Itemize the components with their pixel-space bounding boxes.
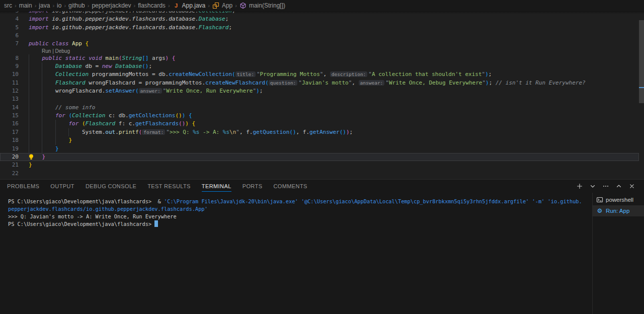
line-number[interactable]: 19 [0, 145, 19, 153]
close-panel-icon[interactable] [627, 181, 637, 191]
editor-scrollbar[interactable] [639, 11, 644, 179]
breadcrumb-symbol[interactable]: main(String[]) [239, 2, 285, 10]
line-number[interactable]: 22 [0, 170, 19, 178]
line-number[interactable]: 12 [0, 87, 19, 95]
code-line[interactable]: 16 for (Flashcard f: c.getFlashcards()) … [0, 120, 639, 128]
breadcrumb-item-src[interactable]: src [4, 2, 12, 9]
token-b1: { [192, 120, 196, 127]
chevron-down-icon[interactable] [588, 181, 598, 191]
line-number[interactable]: 18 [0, 136, 19, 144]
breadcrumb-item-java[interactable]: java [39, 2, 50, 9]
code-line[interactable]: 14 // some info [0, 104, 639, 112]
token-kw: import [29, 24, 49, 31]
codelens-run-link[interactable]: Run [42, 48, 51, 54]
token-b1: } [29, 162, 32, 168]
breadcrumb-item-file[interactable]: JApp.java [173, 2, 206, 10]
maximize-panel-icon[interactable] [614, 181, 624, 191]
panel-tab-comments[interactable]: COMMENTS [273, 181, 307, 192]
line-number[interactable]: 16 [0, 120, 19, 128]
line-number[interactable]: 13 [0, 95, 19, 103]
line-number[interactable]: 6 [0, 32, 19, 40]
code-line[interactable]: 6 [0, 32, 639, 40]
line-number[interactable]: 17 [0, 128, 19, 136]
line-content: wrongFlashcard.setAnswer(answer:"Write O… [19, 87, 639, 95]
code-line[interactable]: 22 [0, 170, 639, 178]
token-cm: // some info [55, 104, 95, 111]
line-number[interactable]: 4 [0, 15, 19, 23]
indent-guide [42, 70, 42, 78]
terminal-tab-powershell[interactable]: powershell [593, 194, 644, 205]
code-line[interactable]: 11 Flashcard wrongFlashcard = programmin… [0, 79, 639, 87]
code-line[interactable]: 7public class App { [0, 40, 639, 48]
terminal-text-plain: PS C:\Users\giaco\Development\java\flash… [8, 198, 151, 204]
line-content: public static void main(String[] args) { [19, 54, 639, 62]
gutter-cell [0, 48, 19, 54]
line-number[interactable]: 9 [0, 62, 19, 70]
code-line[interactable]: 5import io.github.pepperjackdev.flashcar… [0, 24, 639, 32]
code-line[interactable]: 18 } [0, 136, 639, 144]
token-pl: ; [228, 24, 232, 31]
code-line[interactable]: 13 [0, 95, 639, 103]
codelens-separator: | [51, 48, 55, 54]
code-line[interactable]: 19 } [0, 145, 639, 153]
code-line[interactable]: 4import io.github.pepperjackdev.flashcar… [0, 15, 639, 23]
code-line[interactable]: 20 } [0, 153, 639, 161]
line-content: } [19, 145, 639, 153]
breadcrumb-item-flashcards[interactable]: flashcards [138, 2, 166, 9]
token-pl: f: c. [115, 120, 135, 127]
line-number[interactable]: 15 [0, 112, 19, 120]
panel-tab-terminal[interactable]: TERMINAL [202, 181, 231, 192]
line-number[interactable]: 11 [0, 79, 19, 87]
panel-tab-problems[interactable]: PROBLEMS [7, 181, 39, 192]
line-number[interactable]: 21 [0, 161, 19, 169]
terminal-text-plain: & [151, 198, 164, 204]
editor-scrollbar-thumb[interactable] [639, 20, 644, 103]
panel-tab-output[interactable]: OUTPUT [50, 181, 74, 192]
token-b3: ( [232, 71, 235, 77]
breadcrumb-item-main[interactable]: main [19, 2, 32, 9]
code-line[interactable]: 12 wrongFlashcard.setAnswer(answer:"Writ… [0, 87, 639, 95]
terminal-tab-run-app[interactable]: ⚙Run: App [593, 205, 644, 216]
line-number[interactable]: 7 [0, 40, 19, 48]
vscode-window: src›main›java›io›github›pepperjackdev›fl… [0, 0, 644, 314]
line-number[interactable]: 14 [0, 104, 19, 112]
token-in: answear: [359, 80, 385, 86]
code-line[interactable]: 9 Database db = new Database(); [0, 62, 639, 70]
lightbulb-icon[interactable] [28, 153, 34, 160]
panel-tab-test-results[interactable]: TEST RESULTS [147, 181, 191, 192]
code-line[interactable]: 3import io.github.pepperjackdev.flashcar… [0, 11, 639, 15]
more-actions-icon[interactable] [601, 181, 611, 191]
new-terminal-icon[interactable] [575, 181, 585, 191]
token-st: >>> Q: [170, 129, 193, 135]
line-number[interactable]: 10 [0, 70, 19, 78]
java-file-icon: J [173, 2, 180, 10]
token-fm: %s [223, 129, 229, 135]
panel-tab-ports[interactable]: PORTS [243, 181, 263, 192]
line-number[interactable]: 20 [0, 153, 19, 161]
terminal[interactable]: PS C:\Users\giaco\Development\java\flash… [0, 193, 592, 314]
breadcrumb-separator-icon: › [88, 3, 90, 9]
token-ty: Database [115, 63, 142, 69]
line-number[interactable]: 8 [0, 54, 19, 62]
token-b3: ) [485, 71, 489, 77]
token-kw: new [102, 63, 116, 69]
breadcrumb-item-pepperjackdev[interactable]: pepperjackdev [92, 2, 131, 9]
panel-tab-debug-console[interactable]: DEBUG CONSOLE [86, 181, 136, 192]
line-number[interactable]: 5 [0, 24, 19, 32]
token-pl [29, 137, 68, 143]
token-cm: // isn't it Run Everywhere? [496, 80, 586, 86]
code-line[interactable]: 10 Collection programmingMottos = db.cre… [0, 70, 639, 78]
breadcrumb-item-io[interactable]: io [57, 2, 61, 9]
code-editor[interactable]: 3import io.github.pepperjackdev.flashcar… [0, 11, 644, 179]
code-line[interactable]: 21} [0, 161, 639, 169]
code-line[interactable]: 15 for (Collection c: db.getCollections(… [0, 112, 639, 120]
code-line[interactable]: 17 System.out.printf(format:">>> Q: %s -… [0, 128, 639, 136]
breadcrumb-item-github[interactable]: github [68, 2, 85, 9]
breadcrumb-separator-icon: › [168, 3, 170, 9]
code-line[interactable]: 8 public static void main(String[] args)… [0, 54, 639, 62]
overview-ruler-cursor-marker [639, 87, 644, 88]
line-number[interactable]: 3 [0, 11, 19, 15]
token-pl [29, 120, 68, 127]
codelens-debug-link[interactable]: Debug [55, 48, 70, 54]
breadcrumb-symbol[interactable]: App [212, 2, 232, 10]
